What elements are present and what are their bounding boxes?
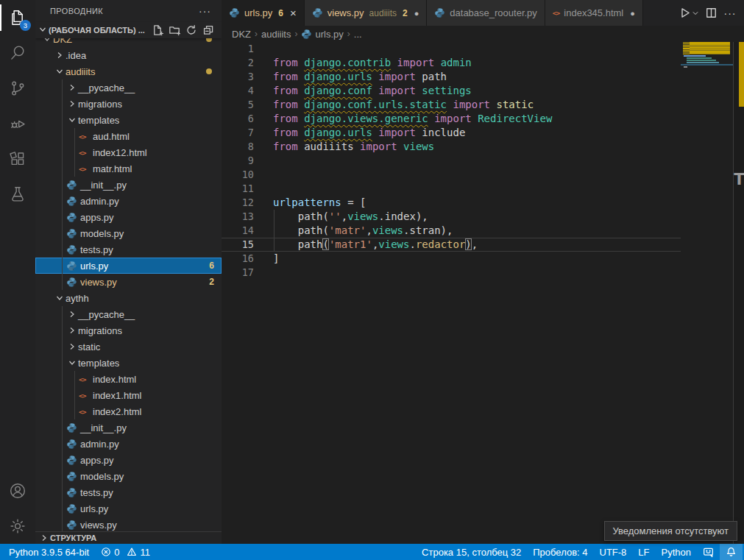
run-button[interactable]	[676, 4, 692, 22]
line-text: from audiiits import views	[254, 140, 434, 154]
minimap-code-mark	[687, 62, 719, 63]
tree-item-templates[interactable]: templates	[35, 112, 222, 128]
status-feedback[interactable]	[697, 544, 720, 560]
python-file-icon	[66, 422, 80, 433]
tab-index345-html[interactable]: <>index345.html●	[545, 0, 643, 26]
html-glyph: <>	[79, 408, 85, 416]
tree-item-templates[interactable]: templates	[35, 355, 222, 371]
tree-item-index12-html[interactable]: <>index12.html	[35, 144, 222, 160]
breadcrumb-item[interactable]: urls.py	[301, 29, 343, 40]
tree-item-aythh[interactable]: aythh	[35, 290, 222, 306]
tab-urls-py[interactable]: urls.py6×	[222, 0, 305, 26]
activity-extensions[interactable]	[0, 141, 35, 177]
tree-item-admin-py[interactable]: admin.py	[35, 436, 222, 452]
tree-item-label: tests.py	[80, 487, 113, 498]
close-icon[interactable]: ×	[290, 7, 297, 18]
tree-item-dkz[interactable]: DKZ	[35, 38, 222, 47]
modified-dot-icon[interactable]: ●	[414, 9, 419, 18]
editor-scrollbar[interactable]: T	[733, 42, 744, 544]
new-file-icon[interactable]	[152, 24, 163, 36]
status-notifications[interactable]	[720, 544, 743, 560]
outline-section-header[interactable]: СТРУКТУРА	[35, 531, 222, 544]
tree-item-label: apps.py	[80, 212, 114, 223]
tree-item-migrations[interactable]: migrations	[35, 96, 222, 112]
workspace-label: (РАБОЧАЯ ОБЛАСТЬ) ...	[49, 26, 145, 35]
new-folder-icon[interactable]	[169, 24, 180, 36]
tree-item--init-py[interactable]: __init__.py	[35, 177, 222, 193]
html-glyph: <>	[553, 9, 559, 17]
status-label: Строка 15, столбец 32	[422, 547, 521, 558]
tree-item-tests-py[interactable]: tests.py	[35, 484, 222, 500]
minimap[interactable]	[681, 42, 733, 544]
tree-item-index1-html[interactable]: <>index1.html	[35, 387, 222, 403]
tree-item-label: index12.html	[93, 147, 147, 158]
tree-item-admin-py[interactable]: admin.py	[35, 193, 222, 209]
tree-item-label: urls.py	[80, 503, 108, 514]
tree-item-views-py[interactable]: views.py2	[35, 274, 222, 290]
tree-item-migrations[interactable]: migrations	[35, 322, 222, 339]
tree-item-aud-html[interactable]: <>aud.html	[35, 128, 222, 144]
editor-more-actions[interactable]: ···	[722, 4, 738, 22]
outline-label: СТРУКТУРА	[50, 534, 96, 542]
breadcrumb-item[interactable]: audiiits	[261, 29, 291, 40]
collapse-all-icon[interactable]	[202, 24, 214, 36]
breadcrumb-item[interactable]: DKZ	[232, 29, 251, 40]
tree-item--pycache-[interactable]: __pycache__	[35, 306, 222, 322]
tree-item--pycache-[interactable]: __pycache__	[35, 79, 222, 96]
chevron-right-icon	[54, 51, 65, 60]
activity-explorer[interactable]: 3	[0, 0, 35, 35]
code-line-6: 6from django.views.generic import Redire…	[222, 112, 681, 126]
tree-item-audiiits[interactable]: audiiits	[35, 63, 222, 79]
activity-source-control[interactable]	[0, 71, 35, 106]
tree-item-models-py[interactable]: models.py	[35, 225, 222, 241]
code-line-11: 11	[222, 182, 681, 196]
code-line-12: 12urlpatterns = [	[222, 196, 681, 210]
tree-item-label: tests.py	[80, 244, 113, 255]
activity-testing[interactable]	[0, 177, 35, 212]
tree-item-index2-html[interactable]: <>index2.html	[35, 403, 222, 419]
activity-account[interactable]	[0, 473, 35, 508]
breadcrumb-item[interactable]: ...	[354, 29, 362, 40]
status-problems[interactable]: 011	[95, 544, 156, 560]
status-label: Пробелов: 4	[533, 547, 587, 558]
code-line-7: 7from django.urls import include	[222, 126, 681, 140]
tree-item-tests-py[interactable]: tests.py	[35, 241, 222, 258]
views-more-actions-icon[interactable]: ···	[199, 5, 211, 17]
tree-item-static[interactable]: static	[35, 339, 222, 355]
tree-item-apps-py[interactable]: apps.py	[35, 452, 222, 468]
tree-item-urls-py[interactable]: urls.py6	[35, 258, 222, 274]
tree-item-apps-py[interactable]: apps.py	[35, 209, 222, 225]
tree-item-matr-html[interactable]: <>matr.html	[35, 160, 222, 177]
status-indentation[interactable]: Пробелов: 4	[527, 544, 593, 560]
tree-item--init-py[interactable]: __init__.py	[35, 419, 222, 436]
tree-item-models-py[interactable]: models.py	[35, 468, 222, 484]
tree-item-label: __pycache__	[78, 309, 135, 320]
line-number: 17	[222, 266, 254, 280]
account-icon	[8, 481, 27, 500]
breadcrumb-separator: ›	[347, 29, 350, 39]
tree-item-index-html[interactable]: <>index.html	[35, 371, 222, 387]
modified-dot-icon[interactable]: ●	[630, 9, 635, 18]
activity-search[interactable]	[0, 35, 35, 71]
run-dropdown-chevron-icon[interactable]	[691, 4, 700, 22]
status-cursor-position[interactable]: Строка 15, столбец 32	[416, 544, 527, 560]
activity-run-debug[interactable]	[0, 106, 35, 141]
tree-item-urls-py[interactable]: urls.py	[35, 500, 222, 517]
status-eol[interactable]: LF	[632, 544, 655, 560]
tree-item-views-py[interactable]: views.py	[35, 517, 222, 531]
tree-item--idea[interactable]: .idea	[35, 47, 222, 63]
status-language-mode[interactable]: Python	[656, 544, 697, 560]
split-editor-button[interactable]	[703, 4, 719, 22]
status-interpreter[interactable]: Python 3.9.5 64-bit	[3, 544, 95, 560]
tab-database-roouter-py[interactable]: database_roouter.py	[427, 0, 545, 26]
tree-item-label: urls.py	[80, 260, 108, 272]
refresh-icon[interactable]	[185, 24, 197, 36]
tree-item-label: index2.html	[93, 406, 141, 417]
modified-dot-badge	[206, 68, 212, 74]
activity-settings[interactable]	[0, 508, 35, 544]
workspace-section-header[interactable]: (РАБОЧАЯ ОБЛАСТЬ) ...	[35, 22, 222, 38]
code-editor[interactable]: 12from django.contrib import admin3from …	[222, 42, 744, 544]
status-encoding[interactable]: UTF-8	[594, 544, 633, 560]
tab-views-py[interactable]: views.pyaudiiits2●	[305, 0, 428, 26]
minimap-warning-block	[683, 42, 730, 54]
